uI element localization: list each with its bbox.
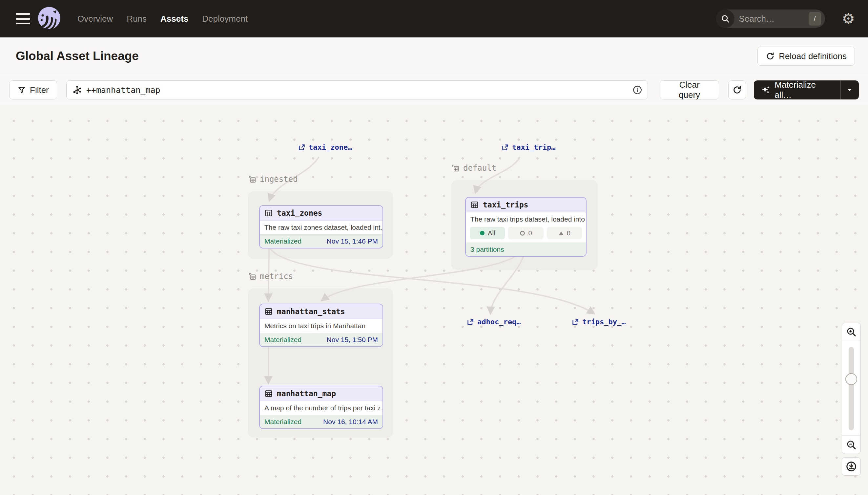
download-view-button[interactable] (842, 457, 861, 476)
zoom-slider (842, 341, 861, 436)
settings-gear-icon[interactable]: ⚙ (842, 12, 855, 26)
nav-item-deployment[interactable]: Deployment (202, 14, 248, 24)
group-label-metrics[interactable]: metrics (248, 272, 293, 281)
group-name: default (463, 164, 496, 173)
materialize-dropdown-button[interactable] (840, 81, 859, 100)
asset-description: A map of the number of trips per taxi z… (260, 401, 383, 415)
materialization-timestamp: Nov 16, 10:14 AM (323, 418, 378, 426)
zoom-slider-thumb[interactable] (845, 373, 857, 385)
external-link-label: taxi_trip… (512, 143, 555, 151)
table-icon (264, 307, 273, 316)
funnel-icon (17, 86, 26, 94)
asset-card-manhattan-stats[interactable]: manhattan_stats Metrics on taxi trips in… (259, 304, 383, 347)
zoom-out-button[interactable] (842, 436, 861, 454)
zoom-slider-track[interactable] (849, 347, 854, 430)
materialize-all-button[interactable]: Materialize all… (754, 81, 840, 100)
asset-group-icon (248, 272, 256, 281)
external-link-icon (501, 143, 509, 151)
status-badge: Materialized (264, 237, 301, 245)
group-name: ingested (260, 175, 298, 184)
filter-label: Filter (30, 85, 49, 95)
lineage-edges (0, 105, 868, 495)
global-search[interactable]: / (716, 10, 825, 28)
nav-item-overview[interactable]: Overview (77, 14, 113, 24)
download-icon (846, 461, 857, 472)
zoom-in-button[interactable] (842, 323, 861, 341)
external-link-icon (466, 318, 474, 326)
filter-button[interactable]: Filter (9, 81, 57, 100)
materialize-all-label: Materialize all… (775, 81, 833, 100)
materialization-timestamp: Nov 15, 1:50 PM (327, 336, 378, 344)
materialize-all-split-button: Materialize all… (754, 81, 859, 100)
external-link-label: trips_by_… (582, 318, 625, 326)
asset-card-manhattan-map[interactable]: manhattan_map A map of the number of tri… (259, 386, 383, 429)
asset-description: The raw taxi trips dataset, loaded into … (466, 212, 586, 226)
page-title: Global Asset Lineage (16, 49, 139, 63)
partition-count: 3 partitions (471, 245, 504, 253)
refresh-graph-button[interactable] (728, 81, 746, 100)
asset-name: taxi_zones (277, 209, 322, 217)
clear-query-label: Clear query (668, 80, 711, 100)
partitions-missing-chip: 0 (547, 227, 582, 239)
clear-query-button[interactable]: Clear query (660, 81, 719, 100)
table-icon (264, 209, 273, 217)
chip-label: All (488, 229, 495, 237)
chip-label: 0 (567, 229, 570, 237)
asset-name: taxi_trips (483, 201, 528, 209)
group-label-default[interactable]: default (451, 164, 496, 173)
reload-definitions-label: Reload definitions (779, 51, 847, 62)
asset-query-input[interactable] (86, 85, 633, 95)
refresh-icon (732, 85, 742, 95)
external-link-label: adhoc_req… (477, 318, 520, 326)
search-input[interactable] (739, 14, 809, 24)
table-icon (471, 201, 479, 209)
zoom-in-icon (846, 327, 856, 337)
external-asset-link-taxi-zone[interactable]: taxi_zone… (298, 143, 352, 151)
top-navbar: Overview Runs Assets Deployment / ⚙ (0, 0, 868, 37)
partitions-failed-chip: 0 (508, 227, 543, 239)
external-asset-link-taxi-trip[interactable]: taxi_trip… (501, 143, 555, 151)
search-icon (716, 10, 734, 28)
external-link-icon (298, 143, 306, 151)
asset-name: manhattan_map (277, 389, 336, 398)
zoom-out-icon (846, 440, 856, 450)
chevron-down-icon (846, 86, 853, 93)
asset-card-taxi-trips[interactable]: taxi_trips The raw taxi trips dataset, l… (465, 197, 587, 257)
external-link-label: taxi_zone… (309, 143, 352, 151)
sparkle-icon (761, 85, 770, 95)
hamburger-menu-icon[interactable] (16, 13, 30, 24)
group-label-ingested[interactable]: ingested (248, 175, 298, 184)
zoom-controls (842, 323, 861, 454)
triangle-icon (558, 231, 564, 236)
refresh-icon (766, 52, 775, 61)
table-icon (264, 389, 273, 398)
page-header: Global Asset Lineage Reload definitions (0, 37, 868, 75)
asset-card-taxi-zones[interactable]: taxi_zones The raw taxi zones dataset, l… (259, 205, 383, 249)
external-asset-link-adhoc-req[interactable]: adhoc_req… (466, 318, 520, 326)
group-name: metrics (260, 272, 293, 281)
lineage-toolbar: Filter Clear query (0, 75, 868, 105)
status-badge: Materialized (264, 336, 301, 344)
asset-selection-icon (72, 85, 82, 95)
search-shortcut-badge: / (809, 12, 821, 25)
green-dot-icon (480, 231, 485, 236)
partitions-success-chip: All (470, 227, 505, 239)
primary-nav: Overview Runs Assets Deployment (77, 14, 248, 24)
status-badge: Materialized (264, 418, 301, 426)
reload-definitions-button[interactable]: Reload definitions (758, 47, 855, 66)
asset-description: Metrics on taxi trips in Manhattan (260, 319, 383, 333)
dagster-logo-icon[interactable] (37, 7, 61, 31)
external-asset-link-trips-by[interactable]: trips_by_… (571, 318, 625, 326)
lineage-canvas[interactable]: ingested default metrics taxi_zone… (0, 105, 868, 495)
info-icon[interactable] (633, 85, 642, 95)
asset-description: The raw taxi zones dataset, loaded int… (260, 221, 383, 234)
partition-health-chips: All 0 0 (466, 226, 586, 243)
asset-query-box (66, 81, 648, 100)
nav-item-assets[interactable]: Assets (160, 14, 188, 24)
circle-outline-icon (520, 231, 525, 236)
materialization-timestamp: Nov 15, 1:46 PM (327, 237, 378, 245)
external-link-icon (571, 318, 579, 326)
nav-item-runs[interactable]: Runs (127, 14, 147, 24)
asset-group-icon (248, 175, 256, 184)
asset-group-icon (451, 164, 460, 172)
